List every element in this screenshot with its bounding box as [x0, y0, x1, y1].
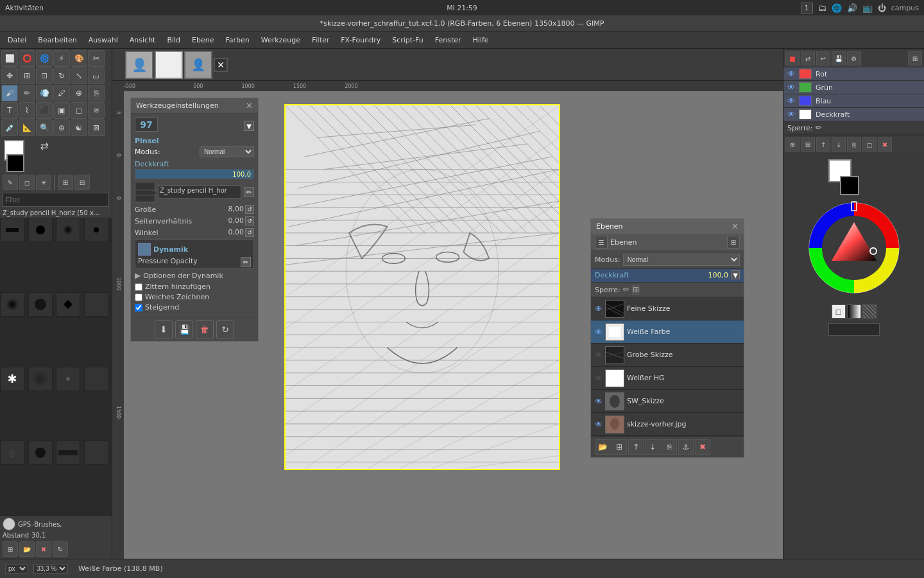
pencil-tool[interactable]: ✏	[19, 85, 35, 101]
channel-to-sel-btn[interactable]: ◻	[862, 137, 877, 152]
power-icon[interactable]: ⏻	[878, 3, 886, 13]
channel-gruen[interactable]: 👁 Grün	[783, 81, 924, 94]
layer-up-btn[interactable]: ↑	[628, 439, 644, 455]
text-tool[interactable]: T	[1, 102, 18, 119]
expand-right-btn[interactable]: ⊞	[908, 51, 922, 66]
delete-btn[interactable]: ✖	[36, 541, 51, 557]
rect-select-tool[interactable]: ⬜	[1, 50, 18, 67]
layers-panel-close[interactable]: ✕	[732, 222, 739, 231]
up-channel-btn[interactable]: ↑	[816, 137, 830, 152]
layer-row-feine-skizze[interactable]: 👁 Feine Skizze	[591, 297, 744, 320]
menu-script-fu[interactable]: Script-Fu	[387, 34, 429, 46]
optionen-expand-icon[interactable]: ▶	[135, 271, 141, 280]
create-new-btn[interactable]: ⊞	[3, 541, 18, 557]
brush-filter-input[interactable]	[3, 193, 109, 207]
ellipse-select-tool[interactable]: ⭕	[19, 50, 35, 67]
layer-eye-feine-skizze[interactable]: 👁	[595, 304, 603, 313]
paint-brush-tool[interactable]: 🖌	[1, 85, 18, 101]
restore-btn[interactable]: ⬇	[155, 320, 173, 338]
tool-settings-close[interactable]: ✕	[246, 101, 253, 110]
add-channel-btn[interactable]: ⊕	[785, 137, 800, 152]
dodge-burn-tool[interactable]: ☯	[71, 119, 87, 136]
ink-tool[interactable]: 🖊	[53, 85, 70, 101]
groesse-reset-btn[interactable]: ↺	[245, 205, 254, 214]
layer-row-skizze-vorher[interactable]: 👁 skizze-vorher.jpg	[591, 413, 744, 436]
magnify-tool[interactable]: ⊕	[53, 119, 70, 136]
zoom-select[interactable]: 33,3 % 50 % 100 %	[33, 564, 68, 574]
transform-tool[interactable]: ⊠	[88, 119, 105, 136]
paint-mode-btn[interactable]: ✎	[3, 175, 18, 190]
thumbnail-1[interactable]: 👤	[125, 51, 153, 79]
swap-colors-icon[interactable]: ⇄	[40, 140, 49, 152]
hex-color-input[interactable]: ffffff	[828, 323, 880, 336]
dodge-mode-btn[interactable]: ☀	[36, 175, 51, 190]
brush-cell-16[interactable]: ◆	[84, 441, 108, 465]
pattern-btn[interactable]	[862, 304, 877, 319]
deckkraft-input-btn[interactable]: ▼	[731, 270, 740, 279]
menu-bild[interactable]: Bild	[162, 34, 185, 46]
brush-cell-5[interactable]	[0, 292, 24, 317]
modus-select[interactable]: Normal Multiplizieren Bildschirm	[200, 146, 254, 157]
smudge-tool[interactable]: ≋	[88, 102, 105, 119]
thumbnail-3[interactable]: 👤	[184, 51, 212, 79]
brush-cell-13[interactable]: ⊕	[0, 441, 24, 465]
seitenverhaeltnis-reset-btn[interactable]: ↺	[245, 216, 254, 225]
dynamics-edit-btn[interactable]: ✏	[241, 257, 251, 267]
channel-deckkraft[interactable]: 👁 Deckkraft	[783, 108, 924, 121]
deckkraft-progress[interactable]: 100,0	[135, 169, 254, 179]
delete-layer-btn[interactable]: ✖	[695, 439, 710, 455]
channel-blau-eye[interactable]: 👁	[787, 96, 795, 105]
measure-tool[interactable]: 📐	[19, 119, 35, 136]
airbrush-tool[interactable]: 💨	[36, 85, 53, 101]
zoom-tool[interactable]: 🔍	[36, 119, 53, 136]
bucket-fill-tool[interactable]: ⬛	[36, 102, 53, 119]
unit-select[interactable]: px cm in	[5, 564, 28, 574]
delete-tool-btn[interactable]: 🗑	[196, 320, 214, 338]
brush-cell-2[interactable]	[28, 218, 53, 242]
save-btn[interactable]: 💾	[175, 320, 193, 338]
blend-tool[interactable]: ▣	[53, 102, 70, 119]
brush-cell-14[interactable]	[28, 441, 53, 465]
brush-cell-9[interactable]: ✱	[0, 367, 24, 391]
layer-eye-sw-skizze[interactable]: 👁	[595, 397, 603, 406]
menu-datei[interactable]: Datei	[3, 34, 31, 46]
layer-eye-weisser-hg[interactable]: 👁	[595, 374, 603, 383]
eraser-tool[interactable]: ◻	[71, 102, 87, 119]
rotate-tool[interactable]: ↻	[53, 67, 70, 84]
gradient-btn[interactable]	[847, 304, 861, 319]
brush-cell-3[interactable]	[56, 218, 80, 242]
clone-tool[interactable]: ⎘	[88, 85, 105, 101]
align-tool[interactable]: ⊞	[19, 67, 35, 84]
menu-farben[interactable]: Farben	[221, 34, 255, 46]
add-from-sel-btn[interactable]: ⊞	[801, 137, 815, 152]
anchor-layer-btn[interactable]: ⚓	[678, 439, 694, 455]
menu-werkzeuge[interactable]: Werkzeuge	[256, 34, 305, 46]
layers-expand-btn[interactable]: ⊞	[727, 236, 740, 249]
new-layer-btn[interactable]: ⊞	[612, 439, 627, 455]
duplicate-channel-btn[interactable]: ⎘	[847, 137, 861, 152]
menu-bearbeiten[interactable]: Bearbeiten	[33, 34, 81, 46]
refresh-btn[interactable]: ↻	[53, 541, 68, 557]
volume-icon[interactable]: 🔊	[847, 3, 857, 13]
layer-row-grobe-skizze[interactable]: 👁 Grobe Skizze	[591, 344, 744, 367]
layer-eye-grobe-skizze[interactable]: 👁	[595, 351, 603, 360]
channel-rot[interactable]: 👁 Rot	[783, 67, 924, 81]
layers-subheader-icon[interactable]: ☰	[595, 236, 608, 249]
color-picker-tool[interactable]: 💉	[1, 119, 18, 136]
brush-cell-7[interactable]	[56, 292, 80, 317]
channel-gruen-eye[interactable]: 👁	[787, 83, 795, 92]
layer-eye-weisse-farbe[interactable]: 👁	[595, 328, 603, 337]
layer-row-weisse-farbe[interactable]: 👁 Weiße Farbe	[591, 320, 744, 344]
layer-row-sw-skizze[interactable]: 👁 SW_Skizze	[591, 390, 744, 413]
layers-modus-select[interactable]: Normal Multiplizieren	[623, 254, 740, 266]
thumbnail-4[interactable]: ✕	[214, 58, 228, 72]
tool-options-btn[interactable]: ▼	[244, 121, 254, 131]
crop-tool[interactable]: ⊡	[36, 67, 53, 84]
channel-blau[interactable]: 👁 Blau	[783, 94, 924, 108]
color-wheel-wrapper[interactable]	[803, 197, 905, 299]
display-icon[interactable]: 📺	[862, 3, 873, 13]
layer-row-weisser-hg[interactable]: 👁 Weißer HG	[591, 367, 744, 390]
menu-ansicht[interactable]: Ansicht	[124, 34, 161, 46]
menu-auswahl[interactable]: Auswahl	[83, 34, 123, 46]
scissors-tool[interactable]: ✂	[88, 50, 105, 67]
